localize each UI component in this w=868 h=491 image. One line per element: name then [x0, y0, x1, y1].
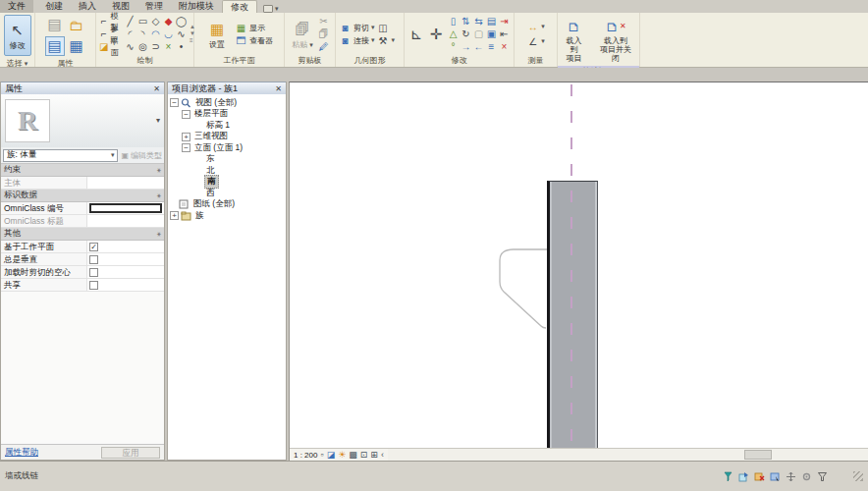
tab-addins[interactable]: 附加模块 [171, 0, 222, 13]
property-row-host[interactable]: 主体 [1, 177, 164, 190]
load-into-project-button[interactable]: 🗅 载入到 项目 [561, 15, 587, 64]
spline2-tool-icon[interactable]: ∿ [124, 40, 136, 52]
wall-joins-icon[interactable]: ◫ [377, 22, 390, 33]
arc-tangent-tool-icon[interactable]: ◠ [149, 27, 162, 39]
family-category-icon[interactable]: 🗀 [67, 15, 86, 34]
property-row-work-plane-based[interactable]: 基于工作平面 ✓ [1, 241, 164, 253]
select-underlay-elements-icon[interactable] [738, 471, 749, 482]
point-tool-icon[interactable]: • [175, 40, 188, 52]
gear-icon[interactable] [801, 471, 812, 482]
measure-dimension-button[interactable]: ↔▾ [526, 21, 545, 32]
collapse-icon[interactable]: − [182, 110, 190, 119]
unpin-icon[interactable]: ° [447, 40, 460, 52]
offset-icon[interactable]: ▯ [447, 15, 460, 27]
shadows-icon[interactable]: ▩ [349, 450, 357, 460]
arc-start-end-tool-icon[interactable]: ◜ [124, 27, 136, 39]
trim-extend-icon[interactable]: ← [472, 40, 485, 52]
property-row-shared[interactable]: 共享 [1, 279, 164, 292]
close-icon[interactable]: ✕ [275, 84, 282, 93]
tree-node-sheets[interactable]: 图纸 (全部) [170, 199, 284, 211]
drag-elements-on-selection-icon[interactable] [786, 471, 796, 482]
scale-icon[interactable]: ▣ [485, 27, 498, 39]
section-constraints[interactable]: 约束 ⚹ [1, 164, 164, 177]
crop-view-icon[interactable]: ⊡ [360, 450, 368, 460]
trim-icon[interactable]: ↻ [460, 27, 472, 39]
scale-selector[interactable]: 1 : 200 [294, 451, 317, 460]
rotate-icon[interactable]: △ [447, 27, 460, 39]
shared-checkbox[interactable] [89, 281, 98, 290]
horizontal-scrollbar[interactable] [388, 449, 868, 461]
section-identity-data[interactable]: 标识数据 ⚹ [1, 190, 164, 202]
sketch-profile-outline[interactable] [290, 82, 868, 448]
measure-angle-button[interactable]: ∠▾ [526, 35, 545, 47]
property-row-omniclass-code[interactable]: OmniClass 编号 [1, 202, 164, 215]
copy-icon[interactable]: 🗍 [317, 28, 330, 40]
collapse-icon[interactable]: − [182, 143, 190, 152]
property-row-omniclass-title[interactable]: OmniClass 标题 [1, 215, 164, 228]
array-icon[interactable]: ▢ [472, 27, 485, 39]
show-crop-region-icon[interactable]: ⊞ [370, 450, 378, 460]
tree-node-elevations[interactable]: − 立面 (立面 1) [182, 142, 284, 154]
set-workplane-button[interactable]: ▦ 设置 [205, 19, 229, 50]
circle-tool-icon[interactable]: ◯ [175, 15, 188, 27]
apply-button[interactable]: 应用 [101, 447, 160, 459]
mirror-pick-icon[interactable]: ⇆ [472, 15, 485, 27]
arc-fillet-tool-icon[interactable]: ◡ [162, 27, 175, 39]
properties-icon[interactable]: ▤ [45, 36, 65, 56]
rectangle-tool-icon[interactable]: ▭ [136, 15, 149, 27]
tree-node-level-1[interactable]: 标高 1 [193, 120, 284, 132]
extend-icon[interactable]: → [460, 40, 472, 52]
paste-button[interactable]: 🗐 粘贴 ▾ [290, 19, 315, 50]
elevation-view-south[interactable] [290, 82, 868, 448]
chevron-down-icon[interactable]: ▾ [156, 116, 160, 125]
reference-centerline[interactable] [570, 84, 572, 448]
join-geometry-button[interactable]: ◙连接▾ [339, 34, 375, 46]
draw-plane-row[interactable]: ◪平面 [99, 41, 122, 53]
expand-icon[interactable]: + [182, 133, 190, 141]
properties-panel-titlebar[interactable]: 属性 ✕ [1, 82, 164, 94]
copy-tool-icon[interactable]: ▤ [485, 15, 498, 27]
cut-voids-checkbox[interactable] [89, 268, 98, 277]
collapse-icon[interactable]: − [170, 98, 179, 107]
sun-path-icon[interactable]: ☀ [338, 450, 346, 460]
edit-type-button[interactable]: ▣ 编辑类型 [121, 150, 162, 161]
select-pinned-elements-icon[interactable] [754, 471, 765, 482]
align-multi-icon[interactable]: ≡ [485, 40, 498, 52]
omniclass-code-input[interactable] [89, 203, 162, 213]
tab-insert[interactable]: 插入 [71, 0, 104, 13]
collapse-arrow-icon[interactable]: ‹ [381, 450, 384, 460]
tab-modify[interactable]: 修改 [222, 0, 257, 13]
demolish-icon[interactable]: ⚒ [377, 34, 390, 46]
partial-ellipse-tool-icon[interactable]: ⊃ [149, 40, 162, 52]
project-browser-titlebar[interactable]: 项目浏览器 - 族1 ✕ [168, 82, 286, 94]
modify-indicator[interactable]: ▾ [263, 5, 279, 13]
detail-level-icon[interactable]: ▫ [320, 450, 323, 460]
cut-icon[interactable]: ✂ [317, 16, 330, 27]
pin-icon[interactable]: ⇤ [498, 27, 511, 39]
work-plane-based-checkbox[interactable]: ✓ [89, 243, 98, 251]
modify-tool-button[interactable]: ↖ 修改 [4, 15, 31, 56]
property-row-cut-voids[interactable]: 加载时剪切的空心 [1, 266, 164, 279]
tree-node-families[interactable]: + 族 [170, 210, 284, 222]
resize-grip[interactable] [853, 471, 863, 481]
tree-node-views[interactable]: − 视图 (全部) [170, 97, 284, 109]
workplane-viewer-button[interactable]: 🗔查看器 [235, 34, 273, 46]
cut-geometry-button[interactable]: ◙剪切▾ [339, 22, 375, 33]
tree-node-3d-views[interactable]: + 三维视图 [182, 132, 284, 143]
properties-palette-icon[interactable]: ▤ [45, 15, 65, 34]
move-icon[interactable]: ✛ [427, 25, 445, 44]
tree-node-east[interactable]: 东 [193, 154, 284, 166]
visual-style-icon[interactable]: ◪ [327, 450, 336, 460]
always-vertical-checkbox[interactable] [89, 255, 98, 264]
scrollbar-thumb[interactable] [744, 450, 772, 460]
tree-node-west[interactable]: 西 [193, 188, 284, 199]
arc-center-tool-icon[interactable]: ◝ [136, 27, 149, 39]
select-elements-by-face-icon[interactable] [770, 471, 781, 482]
align-icon[interactable]: ⊾ [407, 25, 425, 44]
tab-manage[interactable]: 管理 [137, 0, 171, 13]
drawing-canvas[interactable]: 1 : 200 ▫ ◪ ☀ ▩ ⊡ ⊞ ‹ [289, 82, 868, 461]
family-types-icon[interactable]: ▦ [67, 36, 86, 56]
line-tool-icon[interactable]: ╱ [124, 15, 136, 27]
tab-create[interactable]: 创建 [37, 0, 71, 13]
tree-node-south[interactable]: 南 [193, 177, 284, 189]
